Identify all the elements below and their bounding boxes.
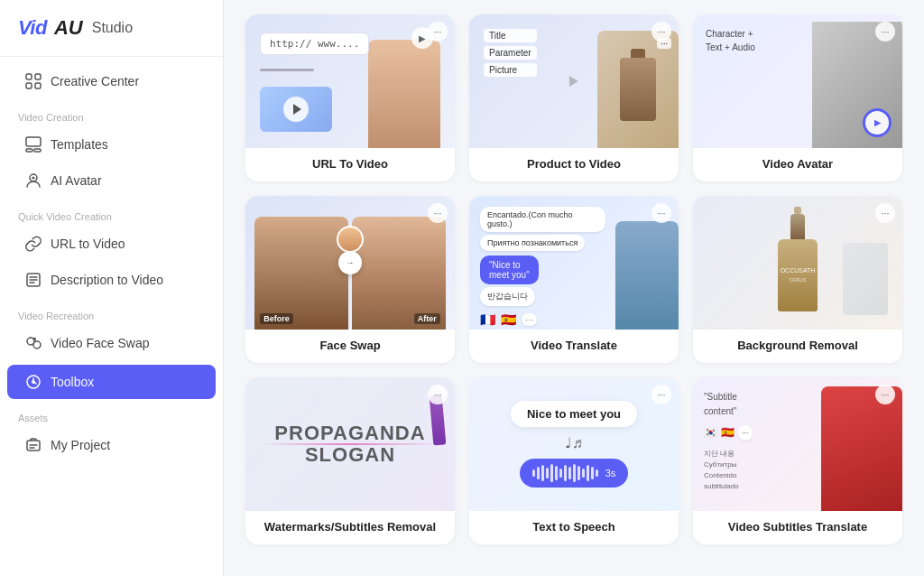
card-product-to-video[interactable]: ··· Title Parameter Picture ··· Product …	[469, 14, 679, 181]
card-thumb-text-to-speech: Nice to meet you ♩♬	[469, 377, 679, 511]
grid-icon	[25, 73, 42, 89]
card-title-subtitles-translate: Video Subtitles Translate	[693, 511, 902, 544]
svg-point-8	[32, 177, 35, 180]
card-url-to-video[interactable]: http:// www.... ▶ ··· URL To Video	[245, 14, 455, 181]
subtitle-text-block: "Subtitlecontent" 🇰🇷 🇪🇸 ··· 지단 내용Субтитр…	[704, 390, 753, 492]
url-box: http:// www....	[260, 33, 369, 55]
card-video-avatar[interactable]: Character + Text + Audio ▶ ··· Video Ava…	[693, 14, 902, 181]
sidebar-item-templates[interactable]: Templates	[7, 127, 216, 162]
svg-rect-6	[34, 149, 41, 152]
face-thumbnail	[337, 226, 364, 253]
sidebar-item-ai-avatar[interactable]: AI Avatar	[7, 163, 216, 198]
product-labels: Title Parameter Picture	[484, 29, 537, 77]
after-label: After	[414, 313, 440, 324]
card-thumb-url-to-video: http:// www.... ▶ ···	[245, 14, 455, 148]
sidebar-label-toolbox: Toolbox	[51, 375, 94, 389]
card-title-background-removal: Background Removal	[693, 330, 902, 363]
card-title-watermarks-removal: Watermarks/Subtitles Removal	[245, 511, 455, 544]
svg-rect-2	[26, 83, 32, 88]
cards-grid: http:// www.... ▶ ··· URL To Video	[245, 14, 902, 544]
sidebar-label-creative-center: Creative Center	[51, 74, 139, 88]
card-title-product-to-video: Product to Video	[469, 148, 679, 181]
sidebar-item-creative-center[interactable]: Creative Center	[7, 64, 216, 98]
tts-music-icon: ♩♬	[565, 434, 583, 451]
svg-rect-1	[35, 74, 41, 79]
avatar-text-overlay: Character + Text + Audio	[706, 27, 755, 54]
project-icon	[25, 437, 42, 453]
svg-rect-0	[26, 74, 32, 79]
sidebar-label-url-to-video: URL to Video	[51, 237, 125, 251]
more-options-button-watermarks[interactable]: ···	[428, 385, 448, 404]
section-label-video-creation: Video Creation	[0, 99, 223, 126]
sidebar: VidAU Studio Creative Center Video Creat…	[0, 0, 224, 576]
card-thumb-background-removal: OCCUSATHCERIUS ···	[693, 196, 902, 330]
more-options-button-faceswap[interactable]: ···	[428, 203, 448, 223]
tts-waveform: 3s	[520, 459, 629, 488]
more-options-button-product[interactable]: ···	[651, 22, 671, 42]
more-options-button-translate[interactable]: ···	[651, 203, 671, 223]
logo: VidAU Studio	[0, 0, 223, 57]
flag-row: 🇫🇷 🇪🇸 ···	[480, 312, 537, 327]
svg-rect-5	[26, 149, 32, 152]
card-video-translate[interactable]: Encantado.(Con mucho gusto.) Приятно поз…	[469, 196, 679, 363]
svg-rect-3	[35, 83, 41, 88]
card-video-subtitles-translate[interactable]: "Subtitlecontent" 🇰🇷 🇪🇸 ··· 지단 내용Субтитр…	[693, 377, 902, 544]
logo-au: AU	[54, 16, 83, 40]
play-button[interactable]	[283, 97, 309, 122]
card-thumb-video-translate: Encantado.(Con mucho gusto.) Приятно поз…	[469, 196, 679, 330]
sidebar-item-video-face-swap[interactable]: Video Face Swap	[7, 326, 216, 360]
sidebar-item-description-to-video[interactable]: Description to Video	[7, 263, 216, 297]
sidebar-item-url-to-video[interactable]: URL to Video	[7, 227, 216, 261]
more-options-button[interactable]: ···	[428, 22, 448, 42]
tts-speech-bubble: Nice to meet you	[511, 401, 637, 427]
card-title-text-to-speech: Text to Speech	[469, 511, 679, 544]
sidebar-item-my-project[interactable]: My Project	[7, 428, 216, 462]
more-options-button-avatar[interactable]: ···	[875, 22, 895, 42]
description-icon	[25, 272, 42, 288]
product-label-picture: Picture	[484, 63, 537, 77]
card-watermarks-removal[interactable]: PROPAGANDA SLOGAN ··· Watermarks/Subtitl…	[245, 377, 455, 544]
card-background-removal[interactable]: OCCUSATHCERIUS ··· Background Removal	[693, 196, 902, 363]
more-options-button-subtitles[interactable]: ···	[875, 385, 895, 404]
sidebar-label-my-project: My Project	[51, 438, 110, 452]
svg-point-13	[32, 381, 35, 384]
sidebar-label-description-to-video: Description to Video	[51, 273, 163, 287]
thumb-person	[368, 40, 440, 148]
card-title-video-avatar: Video Avatar	[693, 148, 902, 181]
card-thumb-watermarks: PROPAGANDA SLOGAN ···	[245, 377, 455, 511]
card-thumb-face-swap: Before → After ···	[245, 196, 455, 330]
more-options-button-tts[interactable]: ···	[651, 385, 671, 404]
card-face-swap[interactable]: Before → After ··· Face Swap	[245, 196, 455, 363]
card-thumb-video-avatar: Character + Text + Audio ▶ ···	[693, 14, 902, 148]
more-options-button-bgremoval[interactable]: ···	[875, 203, 895, 223]
svg-point-11	[33, 341, 41, 348]
card-title-face-swap: Face Swap	[245, 330, 455, 363]
tts-duration: 3s	[605, 468, 616, 478]
sidebar-item-toolbox[interactable]: Toolbox	[7, 365, 216, 399]
section-label-video-recreation: Video Recreation	[0, 298, 223, 325]
card-text-to-speech[interactable]: Nice to meet you ♩♬	[469, 377, 679, 544]
section-label-quick-video: Quick Video Creation	[0, 199, 223, 226]
before-label: Before	[260, 313, 293, 324]
card-title-url-to-video: URL To Video	[245, 148, 455, 181]
card-thumb-product-to-video: ··· Title Parameter Picture ···	[469, 14, 679, 148]
product-label-parameter: Parameter	[484, 46, 537, 60]
face-swap-icon	[25, 335, 42, 351]
section-label-assets: Assets	[0, 400, 223, 427]
ai-avatar-icon	[25, 172, 42, 189]
sidebar-label-video-face-swap: Video Face Swap	[51, 336, 149, 350]
product-label-title: Title	[484, 29, 537, 42]
logo-studio: Studio	[92, 20, 133, 36]
card-title-video-translate: Video Translate	[469, 330, 679, 363]
main-content: http:// www.... ▶ ··· URL To Video	[224, 0, 924, 576]
toolbox-icon	[25, 374, 42, 390]
logo-vid: Vid	[18, 16, 47, 40]
sidebar-label-templates: Templates	[51, 137, 108, 152]
svg-rect-4	[26, 137, 41, 146]
card-thumb-subtitles-translate: "Subtitlecontent" 🇰🇷 🇪🇸 ··· 지단 내용Субтитр…	[693, 377, 902, 511]
sidebar-label-ai-avatar: AI Avatar	[51, 173, 102, 188]
link-icon	[25, 236, 42, 252]
templates-icon	[25, 136, 42, 153]
